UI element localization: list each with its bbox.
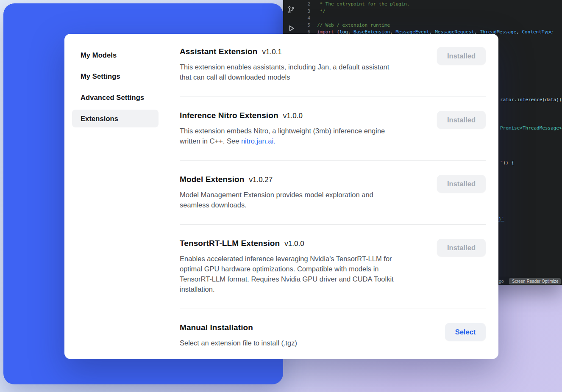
sidebar-item-my-models[interactable]: My Models: [72, 46, 159, 64]
extensions-list: Assistant Extension v1.0.1 This extensio…: [165, 34, 498, 359]
extension-item-inference-nitro: Inference Nitro Extension v1.0.0 This ex…: [180, 97, 486, 161]
line-number: 2: [299, 1, 310, 8]
code-line-2: 2 * The entrypoint for the plugin.: [299, 1, 562, 8]
extension-name: Model Extension: [180, 175, 244, 184]
installed-button[interactable]: Installed: [437, 175, 486, 193]
extension-title-row: Inference Nitro Extension v1.0.0: [180, 111, 385, 120]
sidebar-item-advanced-settings[interactable]: Advanced Settings: [72, 88, 159, 106]
extension-name: Inference Nitro Extension: [180, 111, 278, 120]
extension-name: TensortRT-LLM Extension: [180, 239, 280, 248]
installed-button[interactable]: Installed: [437, 239, 486, 257]
run-and-debug-icon[interactable]: [287, 24, 295, 33]
nitro-jan-ai-link[interactable]: nitro.jan.ai.: [241, 137, 275, 145]
code-line-5: 5// Web / extension runtime: [299, 22, 562, 29]
extension-item-tensorrt-llm: TensortRT-LLM Extension v1.0.0 Enables a…: [180, 225, 486, 309]
extension-item-manual-installation: Manual Installation Select an extension …: [180, 309, 486, 356]
select-extension-file-button[interactable]: Select: [445, 323, 486, 341]
extension-name: Manual Installation: [180, 323, 253, 332]
installed-button[interactable]: Installed: [437, 47, 486, 65]
extension-description: Enables accelerated inference leveraging…: [180, 254, 394, 294]
extension-name: Assistant Extension: [180, 47, 258, 56]
line-number: 3: [299, 8, 310, 15]
extension-item-assistant: Assistant Extension v1.0.1 This extensio…: [180, 34, 486, 97]
extension-title-row: Manual Installation: [180, 323, 297, 332]
extension-title-row: Assistant Extension v1.0.1: [180, 47, 389, 56]
code-area: 2 * The entrypoint for the plugin. 3 */ …: [299, 1, 562, 36]
extension-item-model: Model Extension v1.0.27 Model Management…: [180, 161, 486, 225]
extension-description: This extension enables assistants, inclu…: [180, 62, 389, 82]
line-number: 4: [299, 15, 310, 22]
screen-reader-optimize-button[interactable]: Screen Reader Optimize: [509, 278, 561, 284]
extension-title-row: Model Extension v1.0.27: [180, 175, 373, 184]
sidebar-item-extensions[interactable]: Extensions: [72, 110, 159, 127]
sidebar-item-my-settings[interactable]: My Settings: [72, 67, 159, 85]
extension-title-row: TensortRT-LLM Extension v1.0.0: [180, 239, 394, 248]
code-fragment: ")) {: [500, 160, 514, 166]
extension-version: v1.0.0: [283, 112, 303, 120]
source-control-icon[interactable]: [287, 6, 295, 14]
settings-sidebar: My Models My Settings Advanced Settings …: [64, 34, 165, 359]
status-bar-text: go: [499, 279, 504, 284]
extension-version: v1.0.1: [262, 48, 282, 56]
code-fragment: rator.inference(data));: [500, 97, 562, 103]
line-number: 5: [299, 22, 310, 29]
code-line-3: 3 */: [299, 8, 562, 15]
code-fragment: Promise<ThreadMessage>: [500, 125, 562, 131]
extension-description: Select an extension file to install (.tg…: [180, 338, 297, 348]
settings-modal: My Models My Settings Advanced Settings …: [64, 34, 498, 359]
extension-version: v1.0.0: [284, 240, 304, 248]
code-line-4: 4: [299, 15, 562, 22]
installed-button[interactable]: Installed: [437, 111, 486, 129]
extension-description: This extension embeds Nitro, a lightweig…: [180, 126, 385, 146]
extension-version: v1.0.27: [249, 176, 273, 184]
extension-description: Model Management Extension provides mode…: [180, 190, 373, 210]
